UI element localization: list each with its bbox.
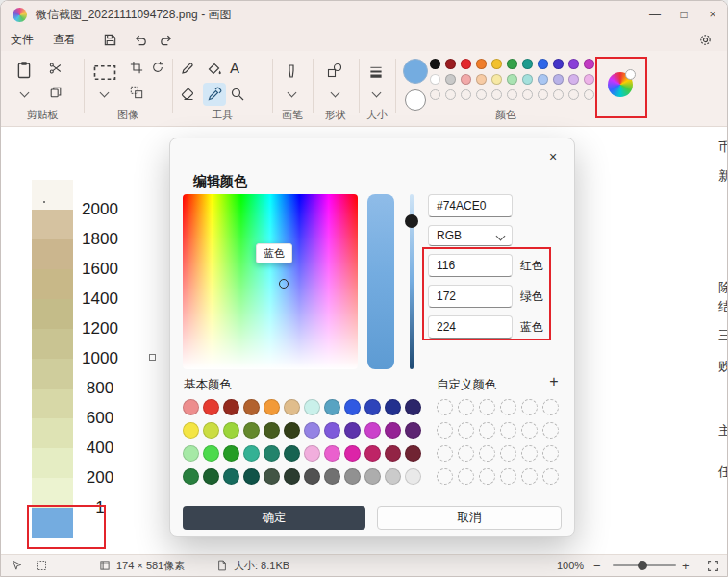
basic-color-swatch[interactable] bbox=[364, 399, 381, 415]
basic-color-swatch[interactable] bbox=[385, 422, 401, 439]
basic-color-swatch[interactable] bbox=[203, 445, 219, 462]
zoom-slider-handle[interactable] bbox=[638, 561, 647, 570]
basic-color-swatch[interactable] bbox=[344, 445, 361, 462]
palette-color-swatch[interactable] bbox=[476, 74, 487, 85]
basic-color-swatch[interactable] bbox=[324, 422, 340, 439]
palette-empty-slot[interactable] bbox=[445, 89, 456, 100]
hex-input[interactable]: #74ACE0 bbox=[428, 194, 513, 217]
basic-color-swatch[interactable] bbox=[364, 422, 381, 439]
palette-color-swatch[interactable] bbox=[430, 74, 440, 85]
custom-color-slot[interactable] bbox=[542, 468, 559, 485]
palette-color-swatch[interactable] bbox=[538, 59, 548, 69]
pencil-tool-icon[interactable] bbox=[180, 61, 195, 76]
settings-gear-icon[interactable] bbox=[694, 30, 715, 49]
magnifier-tool-icon[interactable] bbox=[230, 87, 245, 102]
redo-icon[interactable] bbox=[155, 30, 176, 49]
undo-icon[interactable] bbox=[130, 30, 151, 49]
basic-color-swatch[interactable] bbox=[344, 468, 361, 485]
palette-color-swatch[interactable] bbox=[522, 59, 533, 69]
blue-value-input[interactable]: 224 bbox=[428, 315, 513, 339]
basic-color-swatch[interactable] bbox=[284, 422, 300, 439]
edit-colors-button[interactable] bbox=[608, 72, 633, 97]
custom-color-slot[interactable] bbox=[479, 445, 495, 462]
custom-color-slot[interactable] bbox=[458, 399, 474, 415]
basic-color-swatch[interactable] bbox=[243, 399, 260, 415]
palette-color-swatch[interactable] bbox=[522, 74, 533, 85]
palette-color-swatch[interactable] bbox=[491, 74, 502, 85]
palette-color-swatch[interactable] bbox=[491, 59, 502, 69]
menu-file[interactable]: 文件 bbox=[1, 29, 43, 51]
fit-to-window-icon[interactable] bbox=[707, 555, 719, 576]
palette-color-swatch[interactable] bbox=[430, 59, 440, 69]
basic-color-swatch[interactable] bbox=[264, 468, 280, 485]
palette-empty-slot[interactable] bbox=[491, 89, 502, 100]
custom-color-slot[interactable] bbox=[542, 399, 559, 415]
palette-color-swatch[interactable] bbox=[445, 59, 456, 69]
hue-saturation-picker[interactable]: 蓝色 bbox=[183, 194, 358, 369]
basic-color-swatch[interactable] bbox=[405, 399, 421, 415]
paste-dropdown-chevron-icon[interactable] bbox=[20, 88, 30, 98]
palette-empty-slot[interactable] bbox=[430, 89, 440, 100]
size-dropdown-chevron-icon[interactable] bbox=[372, 88, 382, 98]
zoom-in-button[interactable]: + bbox=[682, 555, 690, 576]
color1-swatch[interactable] bbox=[403, 59, 428, 84]
basic-color-swatch[interactable] bbox=[304, 468, 320, 485]
selection-handle[interactable] bbox=[149, 354, 156, 361]
minimize-button[interactable]: — bbox=[640, 1, 669, 28]
palette-empty-slot[interactable] bbox=[461, 89, 471, 100]
basic-color-swatch[interactable] bbox=[324, 399, 340, 415]
basic-color-swatch[interactable] bbox=[284, 445, 300, 462]
dialog-close-icon[interactable]: × bbox=[541, 145, 565, 168]
custom-color-slot[interactable] bbox=[437, 399, 453, 415]
eyedropper-tool-icon[interactable] bbox=[207, 87, 222, 102]
save-icon[interactable] bbox=[99, 30, 120, 49]
basic-color-swatch[interactable] bbox=[385, 399, 401, 415]
custom-color-slot[interactable] bbox=[458, 445, 474, 462]
eraser-tool-icon[interactable] bbox=[180, 87, 195, 102]
basic-color-swatch[interactable] bbox=[344, 399, 361, 415]
basic-color-swatch[interactable] bbox=[364, 468, 381, 485]
palette-empty-slot[interactable] bbox=[553, 89, 564, 100]
basic-color-swatch[interactable] bbox=[223, 399, 239, 415]
palette-color-swatch[interactable] bbox=[445, 74, 456, 85]
select-dropdown-chevron-icon[interactable] bbox=[100, 88, 110, 98]
green-value-input[interactable]: 172 bbox=[428, 285, 513, 308]
basic-color-swatch[interactable] bbox=[203, 468, 219, 485]
palette-color-swatch[interactable] bbox=[584, 59, 594, 69]
basic-color-swatch[interactable] bbox=[243, 468, 260, 485]
crop-icon[interactable] bbox=[130, 61, 143, 74]
basic-color-swatch[interactable] bbox=[385, 468, 401, 485]
basic-color-swatch[interactable] bbox=[223, 422, 239, 439]
zoom-out-button[interactable]: − bbox=[593, 555, 601, 576]
basic-color-swatch[interactable] bbox=[183, 422, 199, 439]
custom-color-slot[interactable] bbox=[437, 445, 453, 462]
custom-color-slot[interactable] bbox=[479, 468, 495, 485]
basic-color-swatch[interactable] bbox=[264, 422, 280, 439]
basic-color-swatch[interactable] bbox=[364, 445, 381, 462]
basic-color-swatch[interactable] bbox=[243, 445, 260, 462]
value-slider-handle[interactable] bbox=[405, 214, 418, 228]
copy-icon[interactable] bbox=[49, 86, 63, 99]
basic-color-swatch[interactable] bbox=[304, 445, 320, 462]
custom-color-slot[interactable] bbox=[521, 468, 538, 485]
palette-color-swatch[interactable] bbox=[553, 74, 564, 85]
palette-color-swatch[interactable] bbox=[568, 59, 579, 69]
palette-empty-slot[interactable] bbox=[507, 89, 517, 100]
basic-color-swatch[interactable] bbox=[284, 468, 300, 485]
palette-empty-slot[interactable] bbox=[522, 89, 533, 100]
add-custom-color-button[interactable]: + bbox=[545, 373, 563, 390]
close-button[interactable]: × bbox=[698, 1, 727, 28]
paste-icon[interactable] bbox=[14, 59, 34, 82]
brush-dropdown-chevron-icon[interactable] bbox=[288, 88, 297, 98]
custom-color-slot[interactable] bbox=[521, 445, 538, 462]
basic-color-swatch[interactable] bbox=[344, 422, 361, 439]
custom-color-slot[interactable] bbox=[479, 422, 495, 439]
basic-color-swatch[interactable] bbox=[324, 445, 340, 462]
custom-color-slot[interactable] bbox=[479, 399, 495, 415]
palette-color-swatch[interactable] bbox=[568, 74, 579, 85]
color-mode-dropdown[interactable]: RGB bbox=[428, 225, 513, 246]
palette-color-swatch[interactable] bbox=[507, 59, 517, 69]
cut-scissors-icon[interactable] bbox=[49, 62, 63, 75]
basic-color-swatch[interactable] bbox=[284, 399, 300, 415]
basic-color-swatch[interactable] bbox=[243, 422, 260, 439]
